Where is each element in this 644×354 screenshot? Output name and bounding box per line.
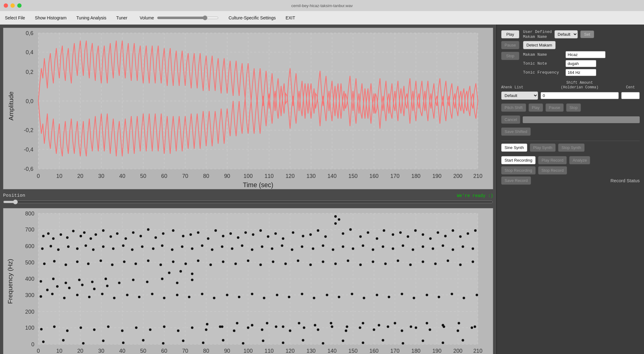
- menu-tuning-analysis[interactable]: Tuning Analysis: [76, 15, 107, 20]
- svg-text:Amplitude: Amplitude: [8, 91, 15, 120]
- svg-point-155: [57, 248, 59, 251]
- tonic-freq-input[interactable]: [566, 69, 596, 76]
- svg-point-185: [352, 247, 354, 250]
- set-button[interactable]: Set: [580, 30, 594, 38]
- cent-label: Cent: [626, 85, 635, 90]
- tonic-note-input[interactable]: [566, 60, 596, 67]
- svg-point-186: [362, 244, 364, 247]
- svg-point-259: [410, 325, 412, 328]
- stop-record-button[interactable]: Stop Record: [538, 166, 567, 175]
- svg-point-356: [46, 289, 49, 291]
- svg-point-301: [53, 325, 55, 328]
- svg-point-128: [282, 237, 284, 240]
- pitch-shift-button[interactable]: Pitch Shift: [501, 103, 526, 112]
- svg-point-163: [131, 248, 134, 251]
- close-button[interactable]: [4, 3, 8, 8]
- svg-point-208: [159, 263, 162, 266]
- svg-point-146: [429, 237, 432, 240]
- save-shifted-button[interactable]: Save Shifted: [501, 127, 531, 136]
- maximize-button[interactable]: [17, 3, 22, 8]
- sine-synth-button[interactable]: Sine Synth: [501, 143, 527, 152]
- synth-row: Sine Synth Play Synth Stop Synth: [501, 141, 640, 152]
- start-recording-button[interactable]: Start Recording: [501, 156, 536, 164]
- pitch-pause-button[interactable]: Pause: [545, 103, 564, 112]
- svg-point-292: [388, 296, 390, 298]
- svg-point-158: [85, 244, 87, 247]
- pause-button[interactable]: Pause: [501, 41, 519, 49]
- svg-point-125: [260, 229, 262, 232]
- svg-point-198: [43, 263, 46, 265]
- play-button[interactable]: Play: [501, 30, 519, 38]
- svg-point-321: [331, 325, 333, 328]
- stop-recording-button[interactable]: Stop Recording: [501, 166, 536, 175]
- menu-exit[interactable]: EXIT: [286, 15, 295, 20]
- svg-point-282: [263, 297, 265, 299]
- svg-point-144: [414, 229, 417, 232]
- svg-point-210: [184, 263, 187, 265]
- svg-point-112: [155, 236, 157, 239]
- svg-point-120: [222, 235, 224, 237]
- pitch-stop-button[interactable]: Stop: [566, 103, 581, 112]
- stop-synth-button[interactable]: Stop Synth: [558, 143, 585, 152]
- svg-point-338: [162, 342, 164, 344]
- svg-point-250: [266, 322, 268, 324]
- makam-name-input[interactable]: [566, 51, 606, 58]
- svg-point-197: [472, 247, 474, 250]
- svg-point-293: [401, 293, 403, 295]
- svg-text:210: 210: [473, 173, 482, 179]
- svg-point-276: [188, 296, 190, 298]
- svg-point-206: [135, 263, 137, 265]
- menubar: Select File Show Histogram Tuning Analys…: [0, 11, 644, 25]
- svg-point-328: [429, 328, 431, 331]
- svg-point-345: [302, 339, 304, 342]
- volume-label: Volume: [140, 15, 154, 20]
- svg-text:600: 600: [25, 243, 34, 249]
- position-slider[interactable]: [3, 199, 493, 204]
- menu-tuner[interactable]: Tuner: [116, 15, 127, 20]
- svg-text:180: 180: [411, 173, 421, 179]
- play-synth-button[interactable]: Play Synth: [530, 143, 556, 152]
- svg-point-233: [472, 260, 474, 263]
- cent-input[interactable]: [621, 92, 640, 99]
- svg-point-219: [297, 259, 299, 262]
- svg-text:0,2: 0,2: [26, 69, 34, 75]
- save-record-button[interactable]: Save Record: [501, 176, 531, 185]
- svg-point-231: [447, 259, 449, 262]
- analyze-button[interactable]: Analyze: [569, 156, 590, 164]
- svg-point-159: [92, 248, 95, 251]
- shift-amount-input[interactable]: [541, 92, 619, 99]
- svg-point-306: [121, 329, 123, 332]
- svg-point-253: [314, 324, 316, 326]
- detect-makam-button[interactable]: Detect Makam: [523, 41, 556, 49]
- stop-button[interactable]: Stop: [501, 52, 519, 60]
- svg-point-260: [426, 322, 428, 324]
- svg-point-99: [66, 236, 69, 239]
- svg-text:20: 20: [77, 348, 83, 354]
- menu-select-file[interactable]: Select File: [5, 15, 25, 20]
- svg-point-309: [163, 325, 165, 328]
- svg-point-337: [142, 339, 144, 342]
- ahenk-dropdown[interactable]: Default: [501, 91, 538, 100]
- svg-text:100: 100: [244, 348, 253, 354]
- cancel-button[interactable]: Cancel: [501, 115, 520, 124]
- svg-point-243: [161, 278, 163, 280]
- svg-text:140: 140: [328, 173, 337, 179]
- svg-text:130: 130: [307, 173, 316, 179]
- menu-culture-settings[interactable]: Culture-Specific Settings: [228, 15, 276, 20]
- volume-slider[interactable]: [157, 15, 219, 20]
- pitch-play-button[interactable]: Play: [529, 103, 543, 112]
- svg-point-98: [60, 233, 62, 236]
- svg-text:90: 90: [224, 348, 230, 354]
- minimize-button[interactable]: [10, 3, 15, 8]
- svg-point-335: [102, 340, 104, 342]
- position-header: Position We're ready :): [3, 193, 493, 198]
- play-record-button[interactable]: Play Record: [538, 156, 567, 164]
- menu-show-histogram[interactable]: Show Histogram: [35, 15, 66, 20]
- svg-point-176: [261, 245, 263, 248]
- svg-point-187: [372, 248, 374, 251]
- svg-text:40: 40: [119, 173, 125, 179]
- svg-text:100: 100: [244, 173, 253, 179]
- makam-dropdown[interactable]: Default: [554, 30, 578, 38]
- tonic-note-row: Tonic Note: [523, 60, 640, 67]
- svg-point-162: [122, 244, 124, 247]
